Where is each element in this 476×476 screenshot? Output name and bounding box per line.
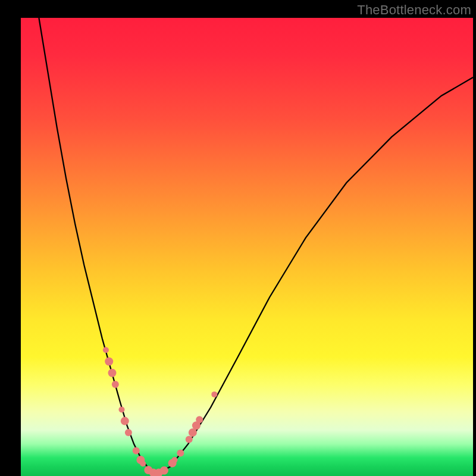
watermark-text: TheBottleneck.com xyxy=(357,2,471,18)
marker-dot xyxy=(121,417,129,425)
plot-area xyxy=(21,18,473,476)
marker-dot xyxy=(105,358,113,366)
marker-dot xyxy=(186,436,193,443)
bottleneck-curve xyxy=(39,18,473,474)
marker-group xyxy=(103,347,217,476)
marker-dot xyxy=(160,466,168,475)
marker-dot xyxy=(125,429,132,436)
curve-svg xyxy=(21,18,473,476)
marker-dot xyxy=(140,461,146,466)
marker-dot xyxy=(171,457,177,463)
marker-dot xyxy=(119,406,125,412)
marker-dot xyxy=(196,416,203,423)
marker-dot xyxy=(133,447,140,455)
marker-dot xyxy=(177,450,184,457)
marker-dot xyxy=(211,392,217,397)
marker-dot xyxy=(108,369,117,377)
chart-frame: TheBottleneck.com xyxy=(0,0,476,476)
marker-dot xyxy=(112,381,119,388)
marker-dot xyxy=(103,347,109,353)
